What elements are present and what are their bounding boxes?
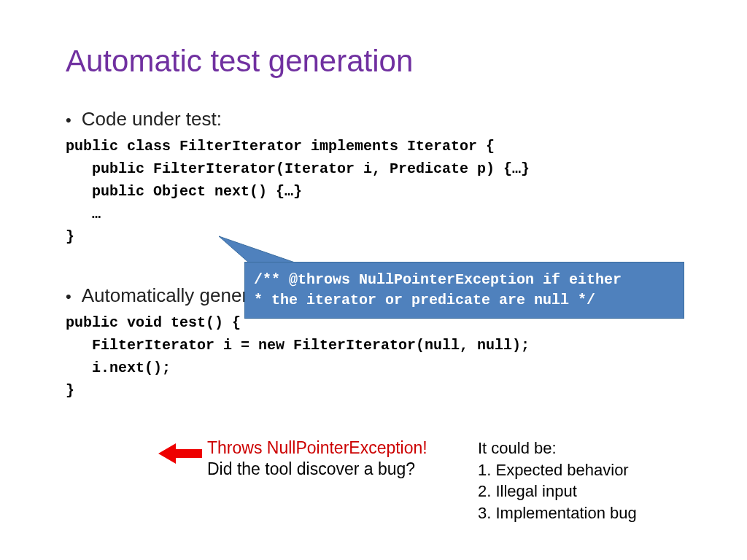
red-arrow-icon	[158, 443, 202, 467]
list-item: 2. Illegal input	[478, 481, 637, 502]
javadoc-callout: /** @throws NullPointerException if eith…	[244, 262, 684, 319]
exception-note: Throws NullPointerException! Did the too…	[207, 438, 427, 480]
callout-line: * the iterator or predicate are null */	[254, 290, 675, 311]
list-item: 1. Expected behavior	[478, 459, 637, 481]
svg-marker-1	[158, 443, 202, 464]
bullet-code-under-test: Code under test:	[66, 108, 689, 131]
bullet-text: Code under test:	[82, 108, 222, 131]
code-block-1: public class FilterIterator implements I…	[66, 135, 689, 248]
slide-title: Automatic test generation	[66, 44, 689, 79]
possibilities-list: It could be: 1. Expected behavior 2. Ill…	[478, 438, 637, 524]
code-block-2: public void test() { FilterIterator i = …	[66, 311, 689, 402]
callout-line: /** @throws NullPointerException if eith…	[254, 270, 675, 290]
list-item: 3. Implementation bug	[478, 502, 637, 524]
question-text: Did the tool discover a bug?	[207, 459, 427, 480]
throws-npe-text: Throws NullPointerException!	[207, 438, 427, 459]
list-item: It could be:	[478, 438, 637, 459]
